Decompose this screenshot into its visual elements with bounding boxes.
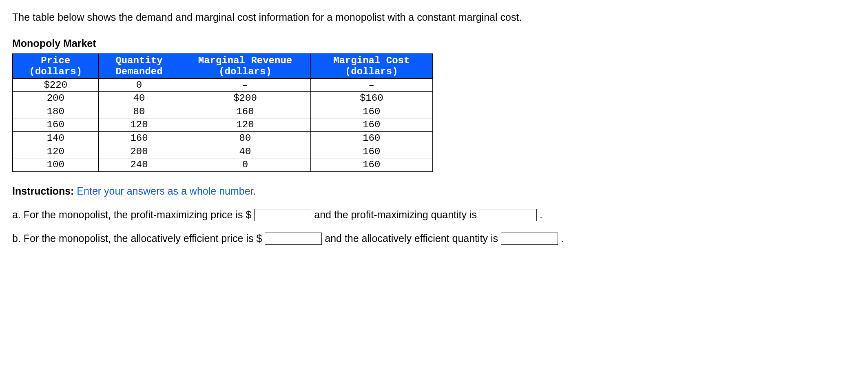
- cell-mc: –: [310, 78, 433, 92]
- col-header-qty-l1: Quantity: [102, 55, 177, 67]
- cell-qty: 240: [98, 158, 180, 172]
- table-title: Monopoly Market: [12, 36, 856, 51]
- cell-qty: 40: [98, 92, 180, 105]
- table-row: 120 200 40 160: [13, 145, 433, 158]
- answer-a-qty-input[interactable]: [480, 209, 537, 221]
- col-header-mr: Marginal Revenue (dollars): [180, 54, 310, 79]
- cell-mr: 120: [180, 118, 310, 132]
- cell-mr: $200: [180, 92, 310, 105]
- cell-mr: 80: [180, 132, 310, 145]
- col-header-mc-l1: Marginal Cost: [314, 55, 430, 67]
- col-header-qty: Quantity Demanded: [98, 54, 180, 79]
- intro-text: The table below shows the demand and mar…: [12, 10, 856, 24]
- cell-price: 140: [13, 132, 98, 145]
- table-row: 100 240 0 160: [13, 158, 433, 172]
- col-header-price-l2: (dollars): [16, 66, 95, 78]
- col-header-price-l1: Price: [16, 55, 95, 67]
- instructions-text: Enter your answers as a whole number.: [74, 185, 256, 197]
- cell-mr: 160: [180, 105, 310, 118]
- cell-qty: 120: [98, 118, 180, 132]
- cell-mc: 160: [310, 158, 433, 172]
- col-header-mr-l2: (dollars): [184, 66, 307, 78]
- cell-qty: 160: [98, 132, 180, 145]
- question-a-mid: and the profit-maximizing quantity is: [314, 209, 480, 220]
- cell-mc: 160: [310, 118, 433, 132]
- instructions-label: Instructions:: [12, 185, 74, 197]
- instructions: Instructions: Enter your answers as a wh…: [12, 184, 856, 198]
- cell-mc: 160: [310, 132, 433, 145]
- col-header-price: Price (dollars): [13, 54, 98, 79]
- cell-mc: $160: [310, 92, 433, 105]
- answer-b-price-input[interactable]: [265, 233, 322, 245]
- question-b: b. For the monopolist, the allocatively …: [12, 231, 856, 246]
- question-a-end: .: [540, 209, 542, 220]
- cell-mc: 160: [310, 105, 433, 118]
- cell-price: $220: [13, 78, 98, 92]
- col-header-mc: Marginal Cost (dollars): [310, 54, 433, 79]
- monopoly-table: Price (dollars) Quantity Demanded Margin…: [12, 53, 433, 172]
- table-row: $220 0 – –: [13, 78, 433, 92]
- col-header-qty-l2: Demanded: [102, 66, 177, 78]
- answer-b-qty-input[interactable]: [501, 233, 558, 245]
- cell-qty: 80: [98, 105, 180, 118]
- cell-price: 160: [13, 118, 98, 132]
- cell-price: 100: [13, 158, 98, 172]
- cell-mr: –: [180, 78, 310, 92]
- cell-mr: 40: [180, 145, 310, 158]
- cell-mc: 160: [310, 145, 433, 158]
- question-a: a. For the monopolist, the profit-maximi…: [12, 207, 856, 222]
- cell-qty: 200: [98, 145, 180, 158]
- question-a-pre: a. For the monopolist, the profit-maximi…: [12, 209, 254, 220]
- col-header-mc-l2: (dollars): [314, 66, 430, 78]
- answer-a-price-input[interactable]: [254, 209, 311, 221]
- table-header-row: Price (dollars) Quantity Demanded Margin…: [13, 54, 433, 79]
- table-row: 140 160 80 160: [13, 132, 433, 145]
- table-row: 180 80 160 160: [13, 105, 433, 118]
- question-b-mid: and the allocatively efficient quantity …: [325, 233, 501, 244]
- cell-price: 180: [13, 105, 98, 118]
- table-row: 200 40 $200 $160: [13, 92, 433, 105]
- question-b-end: .: [561, 233, 564, 244]
- col-header-mr-l1: Marginal Revenue: [184, 55, 307, 67]
- cell-price: 120: [13, 145, 98, 158]
- cell-mr: 0: [180, 158, 310, 172]
- cell-price: 200: [13, 92, 98, 105]
- question-b-pre: b. For the monopolist, the allocatively …: [12, 233, 265, 244]
- cell-qty: 0: [98, 78, 180, 92]
- table-row: 160 120 120 160: [13, 118, 433, 132]
